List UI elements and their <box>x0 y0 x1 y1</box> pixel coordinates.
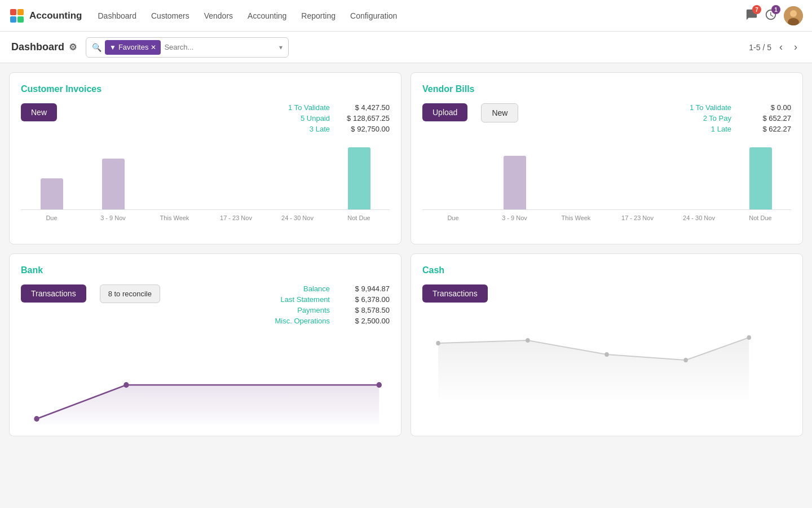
nav-link-accounting[interactable]: Accounting <box>241 8 293 24</box>
stat-label[interactable]: 1 Late <box>711 125 731 133</box>
nav-right: 7 1 <box>745 6 803 25</box>
stat-row: 5 Unpaid$ 128,657.25 <box>288 114 390 122</box>
bar-element[interactable] <box>504 156 526 209</box>
stat-value: $ 4,427.50 <box>339 103 390 112</box>
stat-label[interactable]: 1 To Validate <box>288 103 330 112</box>
bar-group <box>730 147 791 209</box>
bar-group <box>484 156 545 209</box>
filter-tag[interactable]: ▼ Favorites ✕ <box>105 40 161 55</box>
bar-label: Due <box>422 214 484 221</box>
stat-value: $ 9,944.87 <box>339 284 390 293</box>
pagination-label: 1-5 / 5 <box>749 43 771 52</box>
bank-transactions-btn[interactable]: Transactions <box>21 284 86 303</box>
clock-icon-btn[interactable]: 1 <box>765 8 777 23</box>
logo[interactable]: Accounting <box>9 8 82 24</box>
app-title: Accounting <box>29 10 82 21</box>
vendor-bills-card: Vendor Bills Upload New 1 To Validate$ 0… <box>411 72 803 244</box>
stat-value: $ 0.00 <box>740 103 791 112</box>
nav-link-dashboard[interactable]: Dashboard <box>91 8 144 24</box>
nav-links: DashboardCustomersVendorsAccountingRepor… <box>91 8 404 24</box>
chat-badge: 7 <box>752 5 761 14</box>
vendor-bills-upload-btn[interactable]: Upload <box>422 103 467 121</box>
bar-element[interactable] <box>41 178 63 209</box>
stat-row: 3 Late$ 92,750.00 <box>288 125 390 133</box>
stat-value: $ 622.27 <box>740 125 791 133</box>
app-logo-icon <box>9 8 25 24</box>
bank-stats: Balance$ 9,944.87Last Statement$ 6,378.0… <box>275 284 390 327</box>
cash-chart-point <box>436 341 440 345</box>
stat-value: $ 8,578.50 <box>339 306 390 314</box>
settings-icon[interactable]: ⚙ <box>69 42 77 52</box>
next-page-btn[interactable]: › <box>791 40 801 54</box>
bar-label: This Week <box>144 214 205 221</box>
bank-title: Bank <box>21 265 390 275</box>
search-icon: 🔍 <box>92 43 102 52</box>
user-avatar[interactable] <box>784 6 803 25</box>
stat-row: Balance$ 9,944.87 <box>275 284 390 293</box>
stat-row: Last Statement$ 6,378.00 <box>275 295 390 304</box>
search-input[interactable] <box>164 43 276 51</box>
search-dropdown-icon[interactable]: ▾ <box>279 43 283 51</box>
stat-row: Misc. Operations$ 2,500.00 <box>275 317 390 325</box>
bar-element[interactable] <box>749 147 772 209</box>
bank-chart-point <box>123 382 129 388</box>
cash-chart-point <box>747 335 751 340</box>
bank-card: Bank Transactions 8 to reconcile Balance… <box>9 253 401 436</box>
vendor-bills-new-btn[interactable]: New <box>481 103 518 122</box>
vendor-bills-header: Upload New 1 To Validate$ 0.002 To Pay$ … <box>422 103 791 135</box>
cash-line-chart <box>422 309 791 400</box>
stat-label[interactable]: Payments <box>297 306 330 314</box>
svg-rect-0 <box>10 9 16 15</box>
bar-label: 24 - 30 Nov <box>668 214 730 221</box>
customer-invoices-title: Customer Invoices <box>21 84 390 94</box>
stat-label[interactable]: 3 Late <box>310 125 330 133</box>
bank-chart-point <box>34 416 39 422</box>
clock-badge: 1 <box>771 5 780 14</box>
stat-value: $ 2,500.00 <box>339 317 390 325</box>
stat-value: $ 92,750.00 <box>339 125 390 133</box>
page-title: Dashboard ⚙ <box>11 41 77 53</box>
bar-label: 3 - 9 Nov <box>82 214 144 221</box>
stat-label[interactable]: 1 To Validate <box>690 103 731 112</box>
bar-label: 24 - 30 Nov <box>267 214 328 221</box>
stat-row: 1 To Validate$ 4,427.50 <box>288 103 390 112</box>
bar-element[interactable] <box>348 147 370 209</box>
stat-value: $ 6,378.00 <box>339 295 390 304</box>
stat-row: Payments$ 8,578.50 <box>275 306 390 314</box>
stat-value: $ 128,657.25 <box>339 114 390 122</box>
bar-label: 17 - 23 Nov <box>205 214 267 221</box>
nav-link-configuration[interactable]: Configuration <box>343 8 404 24</box>
nav-link-vendors[interactable]: Vendors <box>197 8 240 24</box>
filter-remove-btn[interactable]: ✕ <box>151 43 156 51</box>
bar-element[interactable] <box>102 159 125 209</box>
cash-chart-svg <box>422 309 791 400</box>
stat-label[interactable]: Balance <box>303 284 330 293</box>
customer-invoices-new-btn[interactable]: New <box>21 103 57 121</box>
dashboard-grid: Customer Invoices New 1 To Validate$ 4,4… <box>0 63 812 445</box>
nav-link-customers[interactable]: Customers <box>144 8 196 24</box>
bank-reconcile-btn[interactable]: 8 to reconcile <box>100 284 160 303</box>
chat-icon-btn[interactable]: 7 <box>745 8 758 23</box>
svg-marker-8 <box>438 338 749 400</box>
toolbar: Dashboard ⚙ 🔍 ▼ Favorites ✕ ▾ 1-5 / 5 ‹ … <box>0 32 812 63</box>
nav-link-reporting[interactable]: Reporting <box>294 8 342 24</box>
cash-header: Transactions <box>422 284 791 303</box>
bank-line-chart <box>21 334 390 424</box>
bar-group <box>82 159 144 209</box>
vendor-bills-stats: 1 To Validate$ 0.002 To Pay$ 652.271 Lat… <box>690 103 791 135</box>
cash-transactions-btn[interactable]: Transactions <box>422 284 488 303</box>
stat-label[interactable]: Misc. Operations <box>275 317 330 325</box>
cash-chart-point <box>683 358 687 362</box>
bar-label: Due <box>21 214 82 221</box>
stat-label[interactable]: 5 Unpaid <box>301 114 330 122</box>
bar-group <box>328 147 390 209</box>
prev-page-btn[interactable]: ‹ <box>776 40 786 54</box>
bar-label: 3 - 9 Nov <box>484 214 545 221</box>
cash-card: Cash Transactions <box>411 253 803 436</box>
stat-label[interactable]: 2 To Pay <box>703 114 731 122</box>
svg-rect-3 <box>17 16 24 23</box>
avatar-image <box>784 6 803 25</box>
stat-label[interactable]: Last Statement <box>281 295 330 304</box>
bar-label: 17 - 23 Nov <box>607 214 668 221</box>
cash-chart-point <box>604 352 608 357</box>
